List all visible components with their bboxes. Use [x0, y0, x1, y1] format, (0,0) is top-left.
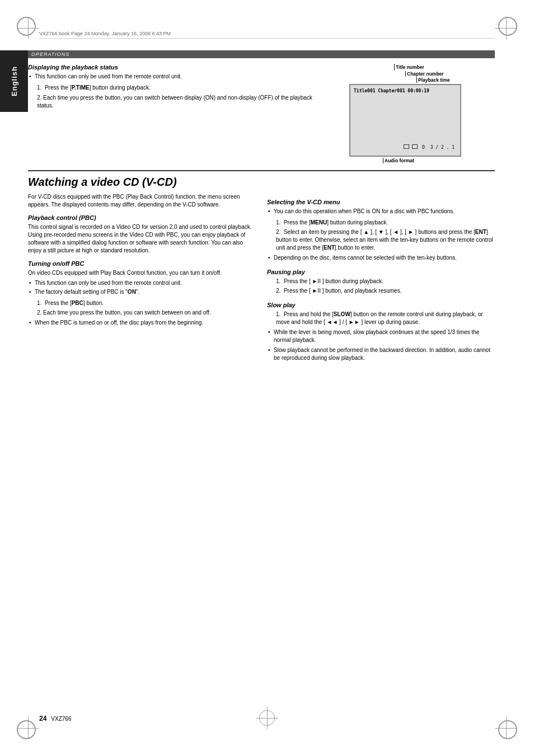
pbc-key: PBC	[72, 300, 83, 306]
turning-bullet1: This function can only be used from the …	[28, 279, 256, 287]
slow-bullet2: Slow playback cannot be performed in the…	[267, 346, 495, 362]
display-screen-box: Title001 Chapter001 00:00:19 D 3 / 2 . 1	[349, 84, 461, 157]
playback-control-title: Playback control (PBC)	[28, 214, 256, 221]
selecting-step1: 1. Press the [MENU] button during playba…	[267, 219, 495, 227]
chapter-number-label: Chapter number	[405, 71, 444, 77]
turning-onoff-intro: On video CDs equipped with Play Back Con…	[28, 269, 256, 277]
watching-vcd-title: Watching a video CD (V-CD)	[28, 176, 495, 189]
corner-decoration-tl	[17, 17, 39, 39]
ent-key2: ENT	[324, 245, 335, 251]
corner-decoration-tr	[495, 17, 517, 39]
english-tab-label: English	[10, 66, 18, 96]
selecting-steps: 1. Press the [MENU] button during playba…	[267, 219, 495, 252]
diagram-labels-top: Title number Chapter number Playback tim…	[394, 64, 534, 83]
audio-format-label-row: Audio format	[383, 158, 495, 163]
turning-onoff-title: Turning on/off PBC	[28, 260, 256, 267]
section-divider	[28, 170, 495, 171]
selecting-bullet1: You can do this operation when PBC is ON…	[267, 208, 495, 215]
screen-bottom-row: D 3 / 2 . 1	[404, 144, 455, 150]
vcd-intro: For V-CD discs equipped with the PBC (Pl…	[28, 193, 256, 209]
playback-control-body: This control signal is recorded on a Vid…	[28, 223, 256, 255]
selecting-vcd-title: Selecting the V-CD menu	[267, 199, 495, 205]
turning-steps: 1. Press the [PBC] button. 2. Each time …	[28, 299, 256, 317]
bottom-left-col: For V-CD discs equipped with the PBC (Pl…	[28, 193, 256, 363]
displaying-step1: 1. Press the [P.TIME] button during play…	[28, 84, 327, 92]
pausing-play-title: Pausing play	[267, 269, 495, 275]
file-info: VXZ766.book Page 24 Monday, January 16, …	[39, 31, 171, 36]
screen-top-row: Title001 Chapter001 00:00:19	[354, 88, 457, 93]
operations-label: OPERATIONS	[31, 51, 69, 57]
footer-model: VXZ766	[51, 716, 71, 722]
bottom-content: For V-CD discs equipped with the PBC (Pl…	[28, 193, 495, 363]
displaying-bullet1: This function can only be used from the …	[28, 73, 327, 81]
main-content: Displaying the playback status This func…	[28, 60, 495, 363]
pausing-step2: 2. Press the [ ►II ] button, and playbac…	[267, 287, 495, 295]
bottom-center-crosshair	[256, 707, 278, 729]
operations-banner: OPERATIONS	[28, 50, 495, 58]
on-label: ON	[128, 289, 136, 295]
slow-play-title: Slow play	[267, 302, 495, 308]
ptime-key: P.TIME	[72, 84, 90, 91]
diagram-wrapper: Title number Chapter number Playback tim…	[349, 64, 495, 163]
corner-decoration-bl	[17, 717, 39, 739]
top-section: Displaying the playback status This func…	[28, 64, 495, 163]
page-number: 24	[39, 715, 46, 722]
page-header: VXZ766.book Page 24 Monday, January 16, …	[39, 31, 495, 39]
display-diagram-section: Title number Chapter number Playback tim…	[338, 64, 495, 163]
turning-bullet3: When the PBC is turned on or off, the di…	[28, 319, 256, 327]
displaying-step2: 2. Each time you press the button, you c…	[28, 94, 327, 110]
english-tab: English	[0, 50, 28, 112]
selecting-step2: 2. Select an item by pressing the [ ▲ ],…	[267, 228, 495, 252]
turning-step2: 2. Each time you press the button, you c…	[28, 309, 256, 317]
page: VXZ766.book Page 24 Monday, January 16, …	[0, 0, 534, 756]
slow-key: SLOW	[334, 311, 350, 317]
playback-time-label: Playback time	[416, 77, 450, 83]
corner-decoration-br	[495, 717, 517, 739]
title-number-label: Title number	[394, 64, 424, 71]
selecting-bullet2: Depending on the disc, items cannot be s…	[267, 254, 495, 262]
displaying-playback-section: Displaying the playback status This func…	[28, 64, 327, 163]
ent-key: ENT	[475, 229, 486, 235]
turning-bullet2: The factory default setting of PBC is "O…	[28, 288, 256, 296]
slow-step1: 1. Press and hold the [SLOW] button on t…	[267, 311, 495, 326]
slow-bullet1: While the lever is being moved, slow pla…	[267, 328, 495, 344]
turning-step1: 1. Press the [PBC] button.	[28, 299, 256, 307]
pausing-step1: 1. Press the [ ►II ] button during playb…	[267, 278, 495, 285]
displaying-steps: 1. Press the [P.TIME] button during play…	[28, 84, 327, 110]
top-labels: Title number Chapter number Playback tim…	[394, 64, 450, 83]
bottom-right-col: Selecting the V-CD menu You can do this …	[267, 193, 495, 363]
displaying-playback-title: Displaying the playback status	[28, 64, 327, 71]
menu-key: MENU	[311, 219, 327, 226]
